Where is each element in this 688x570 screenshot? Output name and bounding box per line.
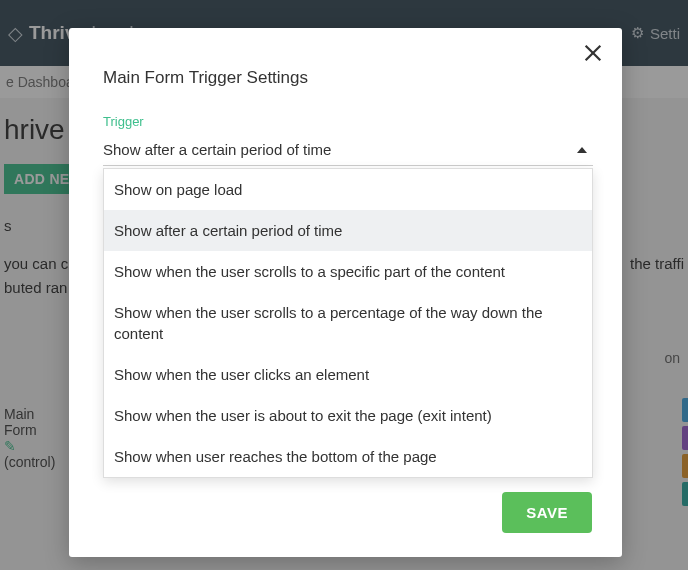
close-icon: [582, 42, 604, 64]
option-exit-intent[interactable]: Show when the user is about to exit the …: [104, 395, 592, 436]
trigger-field-label: Trigger: [103, 114, 588, 129]
caret-up-icon: [577, 147, 587, 153]
trigger-select[interactable]: Show after a certain period of time Show…: [103, 134, 593, 166]
modal-body: Main Form Trigger Settings Trigger Show …: [69, 28, 622, 476]
trigger-dropdown: Show on page load Show after a certain p…: [103, 168, 593, 478]
option-reach-bottom[interactable]: Show when user reaches the bottom of the…: [104, 436, 592, 477]
modal-title: Main Form Trigger Settings: [103, 68, 588, 88]
trigger-settings-modal: Main Form Trigger Settings Trigger Show …: [69, 28, 622, 557]
option-clicks-element[interactable]: Show when the user clicks an element: [104, 354, 592, 395]
option-page-load[interactable]: Show on page load: [104, 169, 592, 210]
option-scroll-percentage[interactable]: Show when the user scrolls to a percenta…: [104, 292, 592, 354]
modal-footer: SAVE: [69, 476, 622, 557]
option-scroll-part[interactable]: Show when the user scrolls to a specific…: [104, 251, 592, 292]
close-button[interactable]: [582, 42, 604, 68]
select-display[interactable]: Show after a certain period of time: [103, 134, 593, 166]
option-period-of-time[interactable]: Show after a certain period of time: [104, 210, 592, 251]
selected-value: Show after a certain period of time: [103, 141, 331, 158]
save-button[interactable]: SAVE: [502, 492, 592, 533]
